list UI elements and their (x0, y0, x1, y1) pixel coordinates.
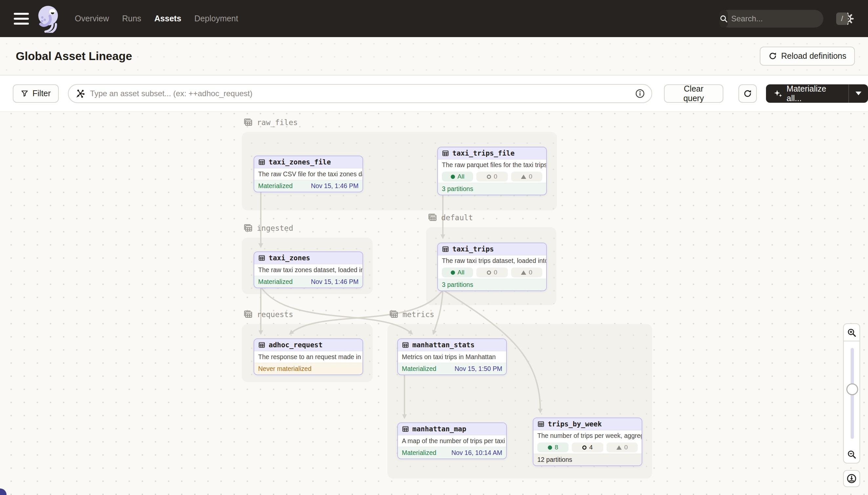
partitions-count: 12 partitions (537, 456, 572, 463)
sparkle-icon (773, 89, 783, 99)
filter-button[interactable]: Filter (13, 84, 59, 103)
ring-icon (582, 445, 587, 450)
download-icon (846, 473, 857, 484)
primary-nav: Overview Runs Assets Deployment (75, 14, 238, 23)
partition-pill-materialized[interactable]: 8 (537, 443, 568, 452)
status-badge: Materialized (258, 278, 293, 286)
asset-name: manhattan_map (412, 425, 466, 433)
table-icon (258, 254, 265, 262)
nav-item-deployment[interactable]: Deployment (195, 14, 238, 23)
zoom-slider (843, 341, 860, 445)
asset-description: The raw taxi zones dataset, loaded int..… (254, 264, 362, 276)
group-table-icon (243, 223, 253, 233)
global-search[interactable]: / (720, 10, 823, 28)
reload-definitions-button[interactable]: Reload definitions (760, 47, 855, 66)
lineage-toolbar: Filter Clear query (0, 75, 868, 112)
nav-item-overview[interactable]: Overview (75, 14, 109, 23)
partition-pill-missing[interactable]: 0 (606, 443, 638, 452)
asset-node-taxi-zones[interactable]: taxi_zones The raw taxi zones dataset, l… (253, 252, 363, 288)
group-label-ingested[interactable]: ingested (243, 223, 293, 233)
asset-query-field (68, 84, 652, 103)
filled-dot-icon (548, 445, 552, 450)
dagster-logo-icon[interactable] (36, 5, 61, 33)
triangle-icon (616, 445, 622, 450)
status-badge: Materialized (258, 182, 293, 190)
download-image-button[interactable] (843, 470, 860, 487)
partition-pill-materialized[interactable]: All (442, 268, 473, 277)
top-navbar: Overview Runs Assets Deployment / (0, 0, 868, 37)
lineage-canvas[interactable]: raw_files ingested default requests metr… (0, 112, 868, 495)
materialization-timestamp[interactable]: Nov 15, 1:46 PM (311, 278, 358, 286)
filled-dot-icon (451, 175, 455, 179)
table-icon (442, 150, 449, 157)
search-icon (720, 10, 728, 28)
nav-item-assets[interactable]: Assets (155, 14, 181, 23)
table-icon (402, 341, 409, 348)
table-icon (537, 421, 545, 428)
group-label-raw-files[interactable]: raw_files (243, 118, 298, 127)
nav-item-runs[interactable]: Runs (122, 14, 141, 23)
table-icon (402, 425, 409, 433)
group-table-icon (389, 309, 398, 319)
partition-pill-missing[interactable]: 0 (511, 172, 542, 182)
partitions-count: 3 partitions (442, 281, 473, 289)
asset-node-manhattan-map[interactable]: manhattan_map A map of the number of tri… (397, 423, 507, 459)
triangle-icon (521, 271, 526, 275)
clear-query-button[interactable]: Clear query (664, 84, 723, 103)
filled-dot-icon (451, 271, 455, 275)
asset-name: taxi_zones (269, 254, 310, 262)
chevron-down-icon (855, 91, 862, 95)
materialize-all-split-button: Materialize all... (766, 84, 868, 103)
group-label-requests[interactable]: requests (243, 309, 293, 319)
zoom-out-button[interactable] (843, 445, 860, 463)
asset-description: A map of the number of trips per taxi z.… (398, 435, 506, 447)
zoom-in-button[interactable] (843, 323, 860, 341)
asset-node-adhoc-request[interactable]: adhoc_request The response to an request… (253, 338, 363, 375)
asset-description: The raw taxi trips dataset, loaded into … (438, 255, 546, 266)
ring-icon (487, 175, 491, 179)
asset-node-manhattan-stats[interactable]: manhattan_stats Metrics on taxi trips in… (397, 338, 507, 375)
materialize-all-button[interactable]: Materialize all... (766, 84, 848, 103)
triangle-icon (521, 175, 526, 179)
asset-selector-icon (75, 88, 86, 99)
partition-pill-materialized[interactable]: All (442, 172, 473, 182)
partition-pill-failed[interactable]: 0 (476, 268, 508, 277)
edge-taxi-trips-to-manhattan-stats (433, 290, 443, 334)
group-table-icon (427, 213, 437, 223)
asset-description: The raw parquet files for the taxi trips… (438, 159, 546, 170)
partition-pill-failed[interactable]: 0 (476, 172, 508, 182)
group-table-icon (243, 118, 253, 127)
hamburger-menu-icon[interactable] (14, 13, 29, 24)
asset-node-taxi-trips[interactable]: taxi_trips The raw taxi trips dataset, l… (437, 243, 547, 291)
search-input[interactable] (728, 14, 836, 23)
asset-description: Metrics on taxi trips in Manhattan (398, 351, 506, 363)
asset-name: trips_by_week (548, 420, 602, 428)
group-label-metrics[interactable]: metrics (389, 309, 434, 319)
asset-node-trips-by-week[interactable]: trips_by_week The number of trips per we… (533, 417, 642, 466)
table-icon (442, 245, 449, 253)
group-label-default[interactable]: default (427, 213, 473, 223)
materialization-timestamp[interactable]: Nov 16, 10:14 AM (451, 449, 502, 457)
asset-description: The raw CSV file for the taxi zones dat.… (254, 168, 362, 180)
page-title: Global Asset Lineage (16, 50, 132, 63)
partition-pill-failed[interactable]: 4 (572, 443, 603, 452)
status-badge: Never materialized (258, 365, 312, 373)
materialize-dropdown-button[interactable] (849, 84, 868, 103)
asset-query-input[interactable] (68, 84, 652, 103)
asset-node-taxi-zones-file[interactable]: taxi_zones_file The raw CSV file for the… (253, 156, 363, 192)
reload-icon (768, 52, 777, 61)
info-icon[interactable] (635, 89, 645, 99)
materialization-timestamp[interactable]: Nov 15, 1:46 PM (311, 182, 358, 190)
status-badge: Materialized (402, 365, 436, 373)
asset-name: taxi_trips_file (453, 149, 515, 157)
asset-node-taxi-trips-file[interactable]: taxi_trips_file The raw parquet files fo… (437, 147, 547, 195)
materialization-timestamp[interactable]: Nov 15, 1:50 PM (455, 365, 502, 373)
zoom-in-icon (847, 328, 856, 338)
zoom-slider-thumb[interactable] (846, 383, 858, 395)
funnel-icon (21, 90, 29, 98)
table-icon (258, 341, 265, 348)
asset-name: taxi_trips (453, 245, 494, 253)
refresh-button[interactable] (739, 84, 757, 103)
partitions-count: 3 partitions (442, 185, 473, 193)
partition-pill-missing[interactable]: 0 (511, 268, 542, 277)
